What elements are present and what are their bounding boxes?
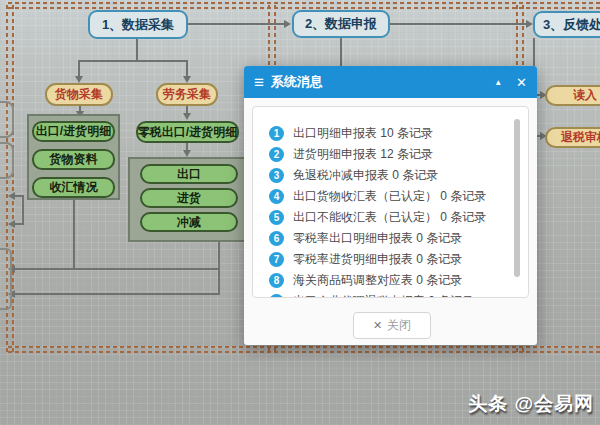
- node-purchase[interactable]: 进货: [140, 188, 238, 208]
- connector: [10, 293, 220, 295]
- message-text: 免退税冲减申报表 0 条记录: [293, 167, 438, 184]
- phase-node-feedback[interactable]: 3、反馈处理: [533, 11, 600, 38]
- number-badge: 8: [269, 273, 284, 288]
- message-text: 零税率进货明细申报表 0 条记录: [293, 251, 462, 268]
- lane-border-left-2: [12, 2, 14, 352]
- number-badge: 9: [269, 294, 284, 298]
- node-export-purchase-detail[interactable]: 出口/进货明细: [32, 121, 115, 142]
- number-badge: 2: [269, 147, 284, 162]
- connector: [390, 23, 526, 25]
- menu-icon: ≡: [254, 74, 264, 91]
- connector: [22, 195, 24, 225]
- number-badge: 1: [269, 126, 284, 141]
- arrow-left: [4, 220, 15, 228]
- close-icon[interactable]: ✕: [516, 75, 527, 90]
- message-row: 3 免退税冲减申报表 0 条记录: [269, 165, 438, 186]
- close-button[interactable]: ✕ 关闭: [353, 312, 431, 339]
- node-writeoff[interactable]: 冲减: [140, 212, 238, 232]
- node-goods-info[interactable]: 货物资料: [32, 149, 115, 170]
- dialog-header[interactable]: ≡ 系统消息 ▲ ✕: [244, 66, 537, 98]
- connector: [78, 60, 188, 62]
- node-refund-review[interactable]: 退税审核: [545, 127, 600, 148]
- lane-border-bottom-1: [8, 346, 600, 348]
- node-goods-collect[interactable]: 货物采集: [45, 83, 113, 106]
- message-text: 出口不能收汇表（已认定） 0 条记录: [293, 209, 486, 226]
- connector: [73, 197, 75, 269]
- watermark-text: 头条 @会易网: [468, 391, 594, 417]
- lane-border-top-2: [8, 7, 600, 9]
- number-badge: 3: [269, 168, 284, 183]
- message-text: 出口明细申报表 10 条记录: [293, 125, 433, 142]
- message-row: 9 出口企业代理退税申报表 0 条记录: [269, 291, 474, 298]
- message-row: 7 零税率进货明细申报表 0 条记录: [269, 249, 462, 270]
- system-message-dialog: ≡ 系统消息 ▲ ✕ 1 出口明细申报表 10 条记录 2 进货明细申报表 12…: [244, 66, 537, 345]
- offscreen-node: [0, 101, 14, 138]
- scrollbar[interactable]: [514, 119, 520, 277]
- message-row: 2 进货明细申报表 12 条记录: [269, 144, 433, 165]
- close-button-x-icon: ✕: [373, 319, 382, 332]
- message-row: 1 出口明细申报表 10 条记录: [269, 123, 433, 144]
- message-text: 进货明细申报表 12 条记录: [293, 146, 433, 163]
- connector: [78, 60, 80, 76]
- message-text: 出口货物收汇表（已认定） 0 条记录: [293, 188, 486, 205]
- lane-border-bottom-2: [8, 351, 600, 353]
- phase-node-data-collect[interactable]: 1、数据采集: [88, 10, 188, 39]
- connector: [188, 23, 284, 25]
- arrow-left: [4, 192, 15, 200]
- number-badge: 4: [269, 189, 284, 204]
- message-text: 出口企业代理退税申报表 0 条记录: [293, 293, 474, 298]
- collapse-icon[interactable]: ▲: [494, 78, 502, 87]
- node-export[interactable]: 出口: [140, 164, 238, 184]
- connector: [340, 38, 342, 68]
- message-row: 4 出口货物收汇表（已认定） 0 条记录: [269, 186, 486, 207]
- message-text: 零税率出口明细申报表 0 条记录: [293, 230, 462, 247]
- flowchart-canvas: 1、数据采集 2、数据申报 3、反馈处理 货物采集 劳务采集 读入 退税审核 出…: [0, 0, 600, 425]
- message-text: 海关商品码调整对应表 0 条记录: [293, 272, 462, 289]
- node-read-in[interactable]: 读入: [545, 85, 600, 106]
- connector: [136, 38, 138, 61]
- node-zerotax-detail[interactable]: 零税出口/进货明细: [136, 121, 239, 143]
- number-badge: 6: [269, 231, 284, 246]
- dialog-title: 系统消息: [271, 73, 323, 91]
- message-row: 8 海关商品码调整对应表 0 条记录: [269, 270, 462, 291]
- offscreen-node: [0, 248, 12, 310]
- node-labor-collect[interactable]: 劳务采集: [156, 83, 218, 106]
- lane-border-top-1: [8, 2, 600, 4]
- number-badge: 7: [269, 252, 284, 267]
- message-list: 1 出口明细申报表 10 条记录 2 进货明细申报表 12 条记录 3 免退税冲…: [252, 106, 529, 298]
- connector: [10, 268, 220, 270]
- phase-node-data-declare[interactable]: 2、数据申报: [292, 10, 390, 38]
- number-badge: 5: [269, 210, 284, 225]
- connector: [186, 60, 188, 76]
- node-forex-status[interactable]: 收汇情况: [32, 177, 115, 198]
- offscreen-node: [0, 142, 14, 179]
- close-button-label: 关闭: [387, 317, 411, 334]
- message-row: 5 出口不能收汇表（已认定） 0 条记录: [269, 207, 486, 228]
- message-row: 6 零税率出口明细申报表 0 条记录: [269, 228, 462, 249]
